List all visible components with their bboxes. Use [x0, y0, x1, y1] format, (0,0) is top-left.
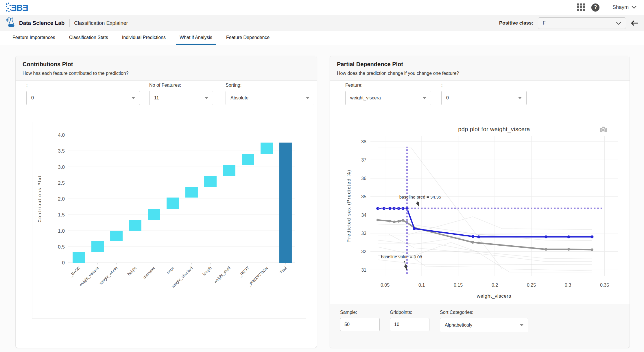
contributions-subtitle: How has each feature contributed to the … — [23, 71, 310, 76]
camera-icon[interactable] — [599, 126, 607, 134]
sorting-value: Absolute — [230, 95, 248, 101]
positive-class-select[interactable]: F — [538, 17, 626, 29]
tab-classification-stats[interactable]: Classification Stats — [65, 31, 112, 45]
no-of-features-value: 11 — [154, 95, 159, 101]
pdp-chart: pdp plot for weight_viscera0.050.10.150.… — [343, 123, 623, 305]
feature-select[interactable]: weight_viscera — [345, 91, 431, 105]
svg-text:2.5: 2.5 — [58, 180, 65, 186]
index-select-value: 0 — [31, 95, 34, 101]
svg-text:length: length — [202, 266, 213, 277]
caret-down-icon — [518, 97, 522, 99]
contributions-waterfall-chart: 00.51.01.52.02.53.03.54.0_BASEweight_vis… — [32, 122, 306, 319]
svg-text:ƎBƎ: ƎBƎ — [11, 3, 28, 12]
pdp-title: Partial Dependence Plot — [337, 61, 623, 68]
sort-categories-label: Sort Categories: — [440, 310, 528, 315]
svg-text:baseline value = 0.08: baseline value = 0.08 — [381, 254, 422, 259]
caret-down-icon — [520, 324, 523, 326]
svg-text:32: 32 — [361, 249, 366, 254]
apps-grid-icon[interactable] — [577, 3, 585, 11]
svg-text:37: 37 — [361, 158, 366, 162]
svg-text:_PREDICTION: _PREDICTION — [247, 266, 269, 288]
svg-text:34: 34 — [361, 213, 366, 218]
pdp-card-header: Partial Dependence Plot How does the pre… — [330, 56, 630, 81]
positive-class-label: Positive class: — [499, 20, 533, 26]
svg-text:0.1: 0.1 — [418, 283, 425, 288]
sample-input[interactable] — [340, 318, 380, 331]
svg-text:3.5: 3.5 — [58, 148, 65, 154]
no-of-features-label: No of Features: — [149, 83, 213, 88]
svg-text:_BASE: _BASE — [69, 266, 81, 278]
caret-down-icon — [205, 97, 208, 99]
chevron-down-icon — [616, 22, 621, 25]
sort-categories-value: Alphabeticaly — [445, 323, 472, 328]
caret-down-icon — [423, 97, 426, 99]
svg-text:31: 31 — [361, 268, 366, 273]
svg-text:36: 36 — [361, 176, 366, 181]
svg-text:_REST: _REST — [238, 266, 250, 278]
tab-what-if-analysis[interactable]: What if Analysis — [176, 31, 216, 45]
caret-down-icon — [306, 97, 309, 99]
sorting-select[interactable]: Absolute — [226, 91, 314, 105]
contributions-card-header: Contributions Plot How has each feature … — [16, 56, 317, 81]
svg-text:3.0: 3.0 — [58, 164, 65, 170]
index-select[interactable]: 0 — [26, 91, 140, 105]
user-menu[interactable]: Shaym — [612, 4, 636, 10]
feature-select-value: weight_viscera — [350, 95, 381, 101]
positive-class-value: F — [543, 21, 546, 26]
gridpoints-input[interactable] — [390, 318, 429, 331]
pdp-index-label: : — [441, 83, 527, 88]
svg-text:Contributions Plot: Contributions Plot — [37, 175, 42, 222]
svg-text:pdp plot for weight_viscera: pdp plot for weight_viscera — [458, 126, 530, 133]
user-name: Shaym — [612, 4, 629, 10]
tab-feature-dependence[interactable]: Feature Dependence — [222, 31, 273, 45]
header-divider — [606, 3, 606, 12]
contributions-plot-card: Contributions Plot How has each feature … — [15, 56, 317, 348]
svg-text:weight_shell: weight_shell — [213, 266, 231, 284]
svg-text:38: 38 — [361, 139, 366, 144]
back-arrow-icon[interactable] — [630, 20, 639, 26]
svg-text:0.3: 0.3 — [565, 283, 571, 288]
tab-individual-predictions[interactable]: Individual Predictions — [118, 31, 169, 45]
top-header-bar: ƎBƎ ? Shaym — [0, 0, 644, 15]
no-of-features-select[interactable]: 11 — [149, 91, 213, 105]
svg-text:0.25: 0.25 — [527, 283, 536, 288]
svg-text:33: 33 — [361, 231, 366, 236]
svg-text:1.5: 1.5 — [58, 212, 65, 218]
svg-text:Predicted sex (Predicted %): Predicted sex (Predicted %) — [346, 169, 351, 242]
svg-text:4.0: 4.0 — [58, 132, 65, 138]
sorting-label: Sorting: — [226, 83, 314, 88]
svg-text:baseline pred = 34.35: baseline pred = 34.35 — [399, 194, 441, 199]
svg-text:2.0: 2.0 — [58, 196, 65, 202]
flask-icon — [6, 16, 16, 30]
chevron-down-icon — [632, 5, 636, 10]
pdp-card: Partial Dependence Plot How does the pre… — [330, 56, 630, 348]
svg-text:0.15: 0.15 — [454, 283, 463, 288]
svg-text:0.05: 0.05 — [381, 283, 390, 288]
sort-categories-select[interactable]: Alphabeticaly — [440, 318, 528, 332]
contributions-title: Contributions Plot — [23, 61, 310, 68]
title-separator — [69, 19, 69, 27]
svg-text:weight_viscera: weight_viscera — [78, 266, 100, 287]
svg-text:0.2: 0.2 — [492, 283, 498, 288]
pdp-subtitle: How does the prediction change if you ch… — [337, 71, 623, 76]
svg-text:0.5: 0.5 — [58, 244, 65, 250]
bdb-logo[interactable]: ƎBƎ — [5, 2, 35, 13]
tab-bar: Feature Importances Classification Stats… — [0, 31, 644, 45]
sub-header-bar: Data Science Lab Classification Explaine… — [0, 15, 644, 31]
svg-text:weight_viscera: weight_viscera — [477, 293, 511, 299]
svg-text:35: 35 — [361, 194, 366, 199]
svg-text:weight_whole: weight_whole — [98, 266, 118, 286]
tab-feature-importances[interactable]: Feature Importances — [9, 31, 59, 45]
pdp-controls: Feature: weight_viscera : 0 — [330, 83, 630, 105]
svg-text:Total: Total — [279, 266, 288, 275]
svg-text:0: 0 — [62, 260, 65, 266]
svg-text:rings: rings — [166, 266, 175, 275]
pdp-index-value: 0 — [446, 95, 449, 101]
help-icon[interactable]: ? — [591, 3, 599, 12]
gridpoints-label: Gridpoints: — [390, 310, 429, 315]
svg-text:height: height — [127, 266, 137, 276]
svg-text:0.35: 0.35 — [600, 283, 609, 288]
pdp-index-select[interactable]: 0 — [441, 91, 527, 105]
caret-down-icon — [132, 97, 135, 99]
svg-text:diameter: diameter — [142, 266, 156, 279]
